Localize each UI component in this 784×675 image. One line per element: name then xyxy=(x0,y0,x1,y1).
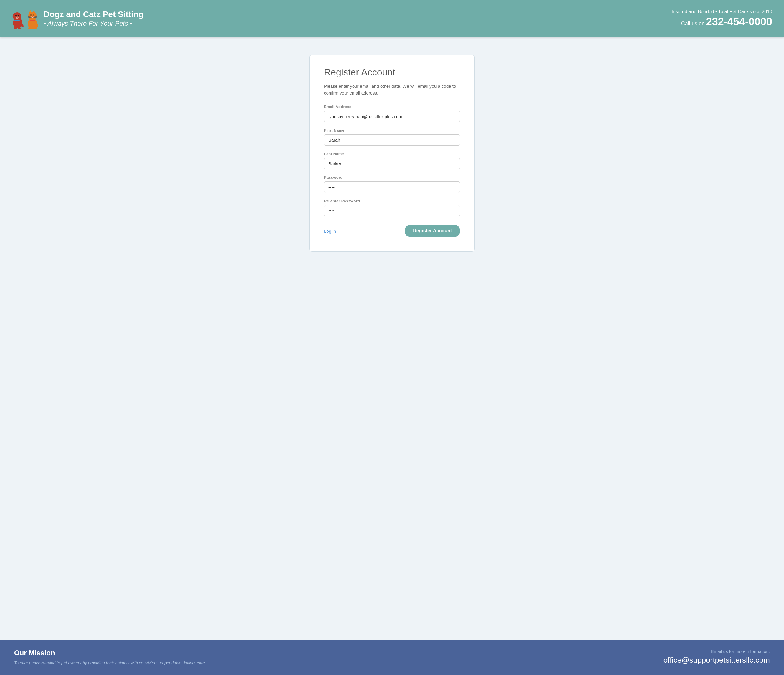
svg-point-3 xyxy=(13,12,21,21)
site-header: Dogz and Catz Pet Sitting • Always There… xyxy=(0,0,784,37)
email-label: Email Address xyxy=(324,104,460,109)
password-label: Password xyxy=(324,175,460,180)
reenter-password-label: Re-enter Password xyxy=(324,199,460,203)
svg-point-5 xyxy=(18,15,19,16)
lastname-field-group: Last Name xyxy=(324,152,460,169)
header-tagline: Insured and Bonded • Total Pet Care sinc… xyxy=(671,9,772,14)
email-field-group: Email Address xyxy=(324,104,460,122)
form-title: Register Account xyxy=(324,67,460,78)
header-title-block: Dogz and Catz Pet Sitting • Always There… xyxy=(44,10,143,27)
reenter-password-field-group: Re-enter Password xyxy=(324,199,460,216)
site-tagline: • Always There For Your Pets • xyxy=(44,20,143,27)
svg-point-7 xyxy=(17,17,18,18)
header-phone-number: 232-454-0000 xyxy=(706,16,772,28)
email-input[interactable] xyxy=(324,111,460,122)
lastname-label: Last Name xyxy=(324,152,460,156)
password-field-group: Password xyxy=(324,175,460,193)
header-left: Dogz and Catz Pet Sitting • Always There… xyxy=(12,5,143,32)
svg-point-17 xyxy=(28,12,37,20)
firstname-field-group: First Name xyxy=(324,128,460,146)
password-input[interactable] xyxy=(324,182,460,193)
svg-rect-8 xyxy=(14,20,20,21)
firstname-label: First Name xyxy=(324,128,460,132)
register-account-button[interactable]: Register Account xyxy=(404,225,460,237)
call-label: Call us on xyxy=(681,21,705,26)
form-description: Please enter your email and other data. … xyxy=(324,83,460,96)
mission-text: To offer peace-of-mind to pet owners by … xyxy=(14,660,206,666)
header-contact: Insured and Bonded • Total Pet Care sinc… xyxy=(671,9,772,28)
footer-mission: Our Mission To offer peace-of-mind to pe… xyxy=(14,649,206,666)
reenter-password-input[interactable] xyxy=(324,205,460,216)
main-content: Register Account Please enter your email… xyxy=(0,37,784,640)
svg-point-10 xyxy=(14,27,17,29)
svg-point-19 xyxy=(33,14,34,16)
header-phone-line: Call us on 232-454-0000 xyxy=(671,16,772,28)
firstname-input[interactable] xyxy=(324,134,460,146)
login-link[interactable]: Log in xyxy=(324,228,336,234)
svg-point-18 xyxy=(30,14,31,16)
svg-point-26 xyxy=(28,27,31,29)
logo-icon xyxy=(12,5,38,32)
svg-point-21 xyxy=(32,17,33,17)
mission-title: Our Mission xyxy=(14,649,206,657)
svg-point-11 xyxy=(18,27,21,29)
site-title: Dogz and Catz Pet Sitting xyxy=(44,10,143,19)
form-footer: Log in Register Account xyxy=(324,225,460,237)
site-footer: Our Mission To offer peace-of-mind to pe… xyxy=(0,640,784,675)
svg-point-27 xyxy=(34,27,37,29)
footer-contact: Email us for more information: office@su… xyxy=(663,649,770,665)
email-label: Email us for more information: xyxy=(663,649,770,654)
lastname-input[interactable] xyxy=(324,158,460,169)
svg-point-4 xyxy=(16,15,17,16)
register-form-card: Register Account Please enter your email… xyxy=(310,55,474,251)
footer-email-address: office@supportpetsittersllc.com xyxy=(663,656,770,665)
svg-rect-28 xyxy=(30,20,35,21)
